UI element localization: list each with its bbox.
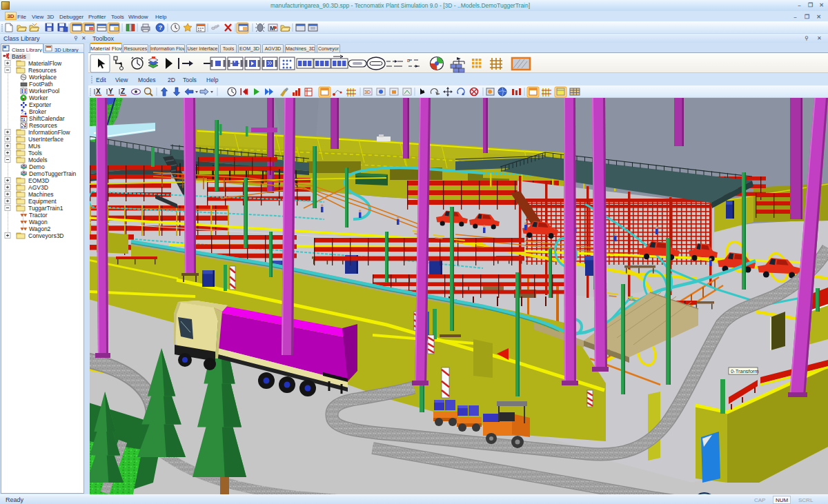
svg-text:Equipment: Equipment bbox=[28, 198, 57, 205]
svg-text:Conveyors3D: Conveyors3D bbox=[28, 232, 64, 239]
svg-text:Demo: Demo bbox=[29, 163, 45, 170]
svg-text:UserInterface: UserInterface bbox=[28, 136, 63, 143]
svg-text:D: D bbox=[407, 59, 411, 63]
svg-text:MUs: MUs bbox=[28, 143, 40, 150]
svg-text:?: ? bbox=[159, 24, 163, 31]
svg-text:EOM3D: EOM3D bbox=[28, 177, 49, 184]
svg-text:Worker: Worker bbox=[29, 94, 48, 101]
svg-text:3D: 3D bbox=[364, 90, 371, 94]
svg-text:X: X bbox=[96, 88, 101, 95]
svg-text:Tools: Tools bbox=[28, 150, 42, 157]
svg-text:ShiftCalendar: ShiftCalendar bbox=[29, 115, 65, 122]
svg-text:Resources: Resources bbox=[29, 122, 57, 129]
svg-text:Models: Models bbox=[28, 157, 47, 163]
svg-text:TuggarTrain1: TuggarTrain1 bbox=[28, 205, 63, 212]
svg-text:Machines: Machines bbox=[28, 191, 53, 198]
svg-text:0-Transform: 0-Transform bbox=[731, 368, 759, 374]
svg-text:Workplace: Workplace bbox=[29, 74, 57, 81]
svg-text:Y: Y bbox=[108, 88, 113, 95]
svg-text:Exporter: Exporter bbox=[29, 101, 51, 108]
svg-text:WorkerPool: WorkerPool bbox=[29, 88, 59, 94]
svg-text:AGV3D: AGV3D bbox=[28, 184, 48, 191]
svg-text:Broker: Broker bbox=[29, 108, 46, 115]
svg-text:Basis: Basis bbox=[12, 53, 26, 60]
svg-text:InformationFlow: InformationFlow bbox=[28, 129, 70, 136]
svg-text:Resources: Resources bbox=[28, 67, 57, 74]
svg-text:Z: Z bbox=[121, 88, 125, 95]
svg-text:Tractor: Tractor bbox=[29, 212, 48, 219]
svg-text:Wagon: Wagon bbox=[29, 219, 48, 225]
svg-text:DemoTuggerTrain: DemoTuggerTrain bbox=[29, 170, 77, 177]
svg-text:MaterialFlow: MaterialFlow bbox=[28, 60, 62, 67]
svg-text:Wagon2: Wagon2 bbox=[29, 225, 51, 232]
svg-text:FootPath: FootPath bbox=[29, 81, 53, 88]
